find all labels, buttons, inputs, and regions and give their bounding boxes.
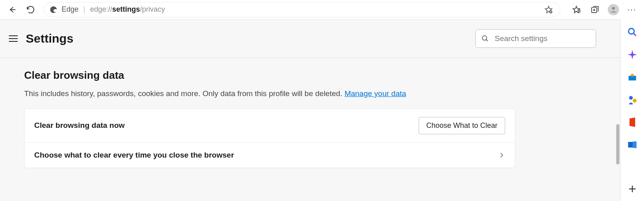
svg-marker-5 <box>573 6 580 12</box>
svg-line-16 <box>634 34 636 36</box>
rail-games-icon[interactable] <box>627 94 638 105</box>
svg-point-20 <box>629 96 633 100</box>
clear-browsing-data-section: Clear browsing data This includes histor… <box>0 58 620 179</box>
more-menu-button[interactable]: ··· <box>626 4 638 15</box>
collections-icon[interactable] <box>589 4 601 15</box>
site-identity: Edge <box>50 5 78 14</box>
search-icon <box>481 35 489 43</box>
browser-top-bar: Edge | edge://settings/privacy ··· <box>0 0 644 19</box>
search-input[interactable] <box>495 34 590 43</box>
clear-now-row: Clear browsing data now Choose What to C… <box>25 109 515 143</box>
clear-on-close-label: Choose what to clear every time you clos… <box>34 151 234 160</box>
edge-logo-icon <box>50 6 58 14</box>
section-description: This includes history, passwords, cookie… <box>24 88 596 100</box>
app-label: Edge <box>62 5 78 14</box>
svg-line-14 <box>486 39 488 41</box>
svg-point-15 <box>629 29 634 34</box>
sidebar-rail <box>621 19 644 201</box>
rail-office-icon[interactable] <box>627 117 638 128</box>
page-title: Settings <box>26 32 73 45</box>
svg-point-12 <box>612 7 615 10</box>
address-separator: | <box>83 5 85 14</box>
settings-header: Settings <box>0 20 620 58</box>
url-text: edge://settings/privacy <box>90 5 165 14</box>
rail-shopping-icon[interactable] <box>627 72 638 83</box>
clear-now-label: Clear browsing data now <box>34 121 125 130</box>
add-favorite-icon[interactable] <box>543 4 554 15</box>
section-title: Clear browsing data <box>24 69 596 82</box>
toolbar-right: ··· <box>571 4 638 15</box>
choose-what-to-clear-button[interactable]: Choose What to Clear <box>419 117 505 134</box>
svg-rect-18 <box>629 76 636 81</box>
favorites-icon[interactable] <box>571 4 582 15</box>
search-settings-box[interactable] <box>475 29 596 48</box>
svg-rect-23 <box>633 142 636 148</box>
profile-avatar[interactable] <box>608 4 619 15</box>
rail-search-icon[interactable] <box>627 27 638 38</box>
manage-your-data-link[interactable]: Manage your data <box>345 89 406 98</box>
rail-copilot-icon[interactable] <box>627 49 638 60</box>
clear-on-close-row[interactable]: Choose what to clear every time you clos… <box>25 143 515 168</box>
svg-rect-19 <box>631 74 634 76</box>
svg-marker-17 <box>627 50 637 59</box>
scrollbar-thumb[interactable] <box>616 124 619 164</box>
settings-page: Settings Clear browsing data This includ… <box>0 19 621 201</box>
svg-point-13 <box>482 36 487 40</box>
refresh-button[interactable] <box>25 4 36 15</box>
svg-point-21 <box>633 99 636 103</box>
chevron-right-icon <box>498 152 505 159</box>
svg-rect-22 <box>628 142 633 148</box>
menu-toggle-button[interactable] <box>9 34 19 43</box>
clear-data-card: Clear browsing data now Choose What to C… <box>24 109 515 168</box>
rail-add-button[interactable] <box>627 183 638 195</box>
back-button[interactable] <box>6 4 18 15</box>
rail-outlook-icon[interactable] <box>627 139 638 150</box>
address-bar[interactable]: Edge | edge://settings/privacy <box>43 2 560 17</box>
